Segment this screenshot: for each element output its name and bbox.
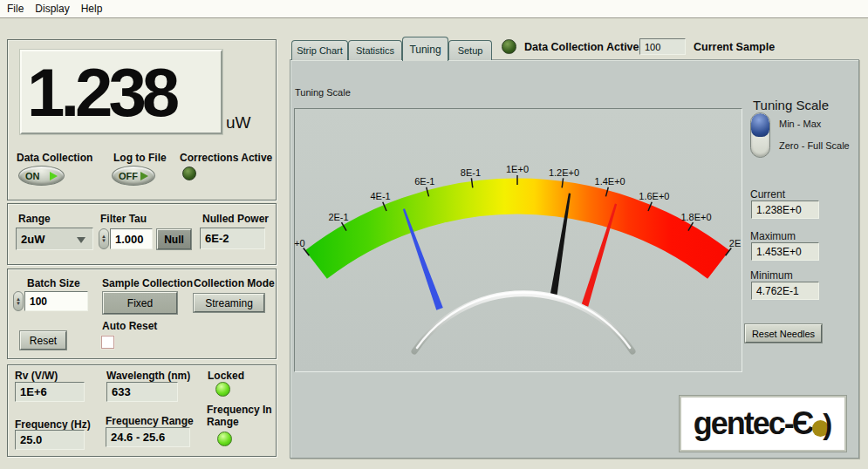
tab-strip-chart[interactable]: Strip Chart bbox=[291, 40, 348, 60]
frequency-value: 25.0 bbox=[20, 433, 42, 446]
data-collection-active-led bbox=[502, 39, 516, 54]
frequency-range-field: 24.6 - 25.6 bbox=[106, 427, 190, 447]
menu-display[interactable]: Display bbox=[35, 3, 69, 15]
maximum-label: Maximum bbox=[750, 230, 796, 242]
range-label: Range bbox=[18, 213, 51, 225]
current-label: Current bbox=[750, 188, 785, 201]
minimum-value: 4.762E-1 bbox=[756, 285, 799, 297]
reset-button-label: Reset bbox=[30, 335, 57, 347]
collection-mode-value: Streaming bbox=[205, 297, 253, 309]
display-panel: 1.238 uW Data Collection Log to File Cor… bbox=[7, 39, 277, 201]
params-panel: Rv (V/W) 1E+6 Wavelength (nm) 633 Locked… bbox=[7, 364, 277, 457]
current-field: 1.238E+0 bbox=[751, 201, 819, 219]
current-value: 1.238E+0 bbox=[756, 204, 802, 216]
range-value: 2uW bbox=[21, 233, 44, 246]
tab-setup[interactable]: Setup bbox=[448, 40, 492, 60]
gauge-tick-label: 1E+0 bbox=[506, 164, 529, 174]
menu-help[interactable]: Help bbox=[81, 3, 103, 15]
reset-button[interactable]: Reset bbox=[20, 331, 66, 350]
logo-text: gentec- bbox=[694, 408, 793, 439]
logo-epsilon: Є bbox=[792, 408, 815, 439]
auto-reset-checkbox[interactable] bbox=[101, 336, 114, 349]
tuning-gauge: +02E-14E-16E-18E-11E+01.2E+01.4E+01.6E+0… bbox=[295, 109, 742, 371]
minimum-field: 4.762E-1 bbox=[751, 282, 819, 300]
null-button[interactable]: Null bbox=[157, 229, 191, 249]
tab-label: Statistics bbox=[356, 45, 394, 56]
tuning-gauge-panel: +02E-14E-16E-18E-11E+01.2E+01.4E+01.6E+0… bbox=[294, 108, 742, 372]
tuning-scale-switch[interactable] bbox=[750, 112, 770, 158]
logo-paren: ) bbox=[823, 410, 832, 438]
tab-label: Setup bbox=[458, 45, 483, 56]
gauge-band bbox=[316, 196, 718, 265]
batch-panel: Batch Size Sample Collection Collection … bbox=[7, 268, 277, 359]
tab-label: Tuning bbox=[409, 44, 441, 56]
data-collection-active-label: Data Collection Active bbox=[524, 41, 639, 53]
data-collection-toggle[interactable]: ON bbox=[18, 166, 65, 186]
nulled-power-field: 6E-2 bbox=[200, 228, 265, 249]
minimum-label: Minimum bbox=[750, 269, 793, 282]
gauge-tick-label: 2E bbox=[729, 238, 741, 248]
filter-tau-input[interactable]: 1.000 bbox=[110, 228, 153, 249]
nulled-power-label: Nulled Power bbox=[202, 213, 269, 225]
gauge-tick-label: 4E-1 bbox=[370, 191, 390, 201]
maximum-field: 1.453E+0 bbox=[751, 242, 819, 261]
gauge-tick-label: 1.4E+0 bbox=[595, 176, 625, 187]
reset-needles-label: Reset Needles bbox=[752, 329, 815, 339]
tuning-scale-title: Tuning Scale bbox=[753, 98, 829, 112]
gauge-tick-label: 1.8E+0 bbox=[680, 212, 711, 222]
frequency-range-value: 24.6 - 25.6 bbox=[111, 431, 165, 444]
tab-tuning[interactable]: Tuning bbox=[402, 37, 448, 61]
gauge-tick-label: 8E-1 bbox=[461, 167, 481, 178]
rv-label: Rv (V/W) bbox=[15, 370, 58, 382]
filter-tau-value: 1.000 bbox=[115, 233, 144, 246]
range-panel: Range Filter Tau Nulled Power 2uW ▲▼ 1.0… bbox=[7, 203, 277, 265]
gauge-tick-label: +0 bbox=[294, 238, 305, 248]
power-display: 1.238 bbox=[20, 50, 222, 134]
batch-size-input[interactable]: 100 bbox=[24, 291, 88, 311]
corrections-active-led bbox=[182, 167, 196, 180]
batch-size-spinner[interactable]: ▲▼ bbox=[13, 291, 24, 311]
menu-bar: File Display Help bbox=[0, 0, 868, 18]
frequency-range-label: Frequency Range bbox=[106, 415, 194, 427]
batch-size-label: Batch Size bbox=[27, 277, 80, 289]
menu-file[interactable]: File bbox=[7, 3, 24, 15]
sample-collection-label: Sample Collection bbox=[102, 277, 193, 289]
reset-needles-button[interactable]: Reset Needles bbox=[745, 324, 822, 343]
frequency-in-range-label: Frequency In Range bbox=[207, 404, 275, 428]
wavelength-field: 633 bbox=[106, 382, 178, 402]
gauge-tick-label: 1.6E+0 bbox=[639, 191, 669, 201]
gauge-panel-label: Tuning Scale bbox=[295, 87, 351, 98]
filter-tau-spinner[interactable]: ▲▼ bbox=[99, 228, 109, 249]
null-button-label: Null bbox=[164, 234, 184, 246]
switch-option-zero-full: Zero - Full Scale bbox=[779, 140, 850, 151]
filter-tau-label: Filter Tau bbox=[100, 213, 147, 225]
wavelength-label: Wavelength (nm) bbox=[106, 370, 190, 382]
toggle-arrow-icon bbox=[140, 172, 148, 180]
tab-label: Strip Chart bbox=[297, 45, 343, 56]
sample-collection-button[interactable]: Fixed bbox=[103, 292, 177, 314]
power-value: 1.238 bbox=[27, 58, 175, 126]
sample-collection-value: Fixed bbox=[127, 297, 153, 309]
rv-value: 1E+6 bbox=[20, 385, 47, 398]
tab-statistics[interactable]: Statistics bbox=[348, 40, 402, 60]
gauge-tick-label: 2E-1 bbox=[328, 212, 348, 222]
frequency-field: 25.0 bbox=[15, 430, 85, 450]
maximum-value: 1.453E+0 bbox=[756, 246, 802, 258]
gauge-tick-label: 6E-1 bbox=[414, 176, 434, 187]
log-to-file-toggle[interactable]: OFF bbox=[112, 166, 155, 186]
collection-mode-label: Collection Mode bbox=[194, 277, 275, 289]
corrections-active-label: Corrections Active bbox=[180, 152, 272, 164]
range-dropdown[interactable]: 2uW bbox=[16, 228, 93, 250]
nulled-power-value: 6E-2 bbox=[205, 232, 229, 245]
collection-mode-button[interactable]: Streaming bbox=[194, 294, 264, 312]
locked-label: Locked bbox=[208, 370, 244, 382]
frequency-label: Frequency (Hz) bbox=[15, 418, 91, 431]
toggle-arrow-icon bbox=[50, 172, 58, 180]
frequency-in-range-led bbox=[217, 432, 232, 446]
data-collection-state: ON bbox=[25, 171, 40, 181]
auto-reset-label: Auto Reset bbox=[102, 320, 157, 332]
data-collection-label: Data Collection bbox=[17, 152, 92, 164]
switch-option-min-max: Min - Max bbox=[779, 119, 821, 129]
rv-field: 1E+6 bbox=[15, 382, 85, 402]
batch-size-value: 100 bbox=[30, 296, 47, 308]
